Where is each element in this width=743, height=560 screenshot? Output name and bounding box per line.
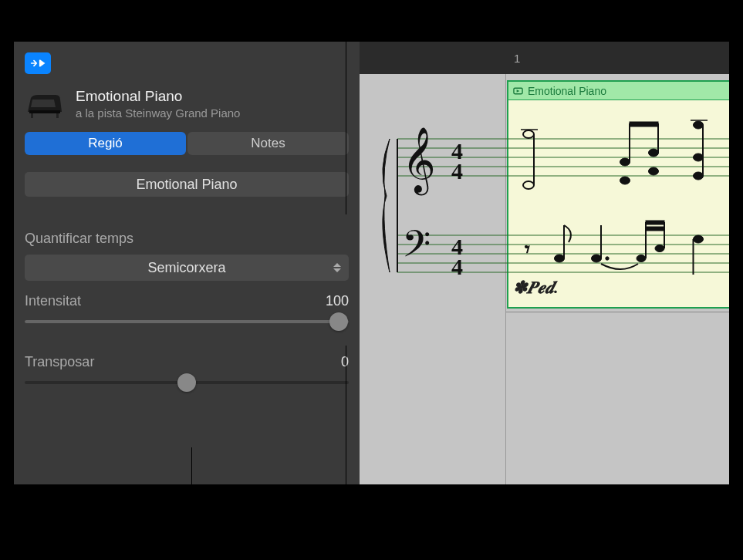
region-title: Emotional Piano <box>76 88 349 105</box>
svg-text:4: 4 <box>451 158 463 184</box>
svg-text:𝄢: 𝄢 <box>402 224 431 274</box>
quantize-label: Quantificar temps <box>25 231 349 247</box>
svg-point-22 <box>523 181 534 189</box>
svg-text:𝄞: 𝄞 <box>402 127 436 196</box>
svg-point-56 <box>694 235 704 243</box>
tab-notes[interactable]: Notes <box>187 132 349 155</box>
score-region-clip[interactable]: Emotional Piano <box>507 80 729 309</box>
region-clip-header[interactable]: Emotional Piano <box>508 82 729 100</box>
pedal-marking: ✽𝑷𝒆𝒅. <box>513 278 559 298</box>
transpose-row: Transposar 0 <box>25 354 349 370</box>
catch-playhead-button[interactable] <box>25 52 51 74</box>
svg-text:4: 4 <box>451 254 463 279</box>
svg-point-21 <box>523 130 534 138</box>
svg-rect-31 <box>630 122 658 127</box>
callout-line-right <box>346 346 346 560</box>
svg-rect-54 <box>646 221 664 224</box>
region-header-row: Emotional Piano a la pista Steinway Gran… <box>25 88 349 120</box>
transpose-slider[interactable] <box>25 381 349 384</box>
svg-point-34 <box>694 172 704 180</box>
app-container: Emotional Piano a la pista Steinway Gran… <box>14 42 729 484</box>
quantize-value: Semicorxera <box>147 260 225 276</box>
callout-line-top <box>346 0 346 214</box>
svg-point-50 <box>637 255 646 262</box>
catch-playhead-icon <box>30 58 46 69</box>
svg-point-47 <box>592 255 602 262</box>
svg-rect-0 <box>29 110 60 113</box>
svg-point-45 <box>555 255 565 262</box>
loop-icon <box>513 87 523 95</box>
svg-point-51 <box>655 245 664 252</box>
svg-rect-55 <box>646 227 664 231</box>
transpose-slider-knob[interactable] <box>177 373 196 392</box>
quantize-dropdown[interactable]: Semicorxera <box>25 255 349 281</box>
tab-region[interactable]: Regió <box>25 132 186 155</box>
chevrons-icon <box>333 263 341 272</box>
score-body: Emotional Piano <box>360 74 729 484</box>
inspector-panel: Emotional Piano a la pista Steinway Gran… <box>14 42 360 484</box>
intensity-row: Intensitat 100 <box>25 293 349 309</box>
region-name-field[interactable]: Emotional Piano <box>25 172 349 197</box>
svg-point-33 <box>694 153 704 161</box>
svg-point-27 <box>649 149 659 157</box>
ruler-bar-1: 1 <box>514 52 520 65</box>
ruler[interactable]: 1 <box>360 42 729 74</box>
intensity-label: Intensitat <box>25 293 81 309</box>
svg-point-49 <box>606 257 609 260</box>
score-panel: 1 Emotional Piano <box>360 42 729 484</box>
svg-point-28 <box>649 167 659 175</box>
piano-thumbnail-icon <box>25 89 65 120</box>
callout-line-left <box>191 447 192 560</box>
svg-text:𝄾: 𝄾 <box>525 245 530 253</box>
transpose-value[interactable]: 0 <box>341 354 349 370</box>
region-clip-name: Emotional Piano <box>528 85 606 97</box>
transpose-label: Transposar <box>25 354 94 370</box>
score-region-area[interactable]: Emotional Piano <box>506 74 729 484</box>
svg-point-25 <box>620 158 630 166</box>
intensity-slider[interactable] <box>25 320 349 323</box>
intensity-value[interactable]: 100 <box>326 293 349 309</box>
svg-rect-2 <box>56 113 59 118</box>
svg-point-26 <box>620 177 630 184</box>
region-subtitle: a la pista Steinway Grand Piano <box>76 106 349 120</box>
intensity-slider-knob[interactable] <box>329 312 348 331</box>
svg-point-32 <box>694 121 704 129</box>
svg-rect-1 <box>31 113 33 118</box>
tab-row: Regió Notes <box>25 132 349 155</box>
